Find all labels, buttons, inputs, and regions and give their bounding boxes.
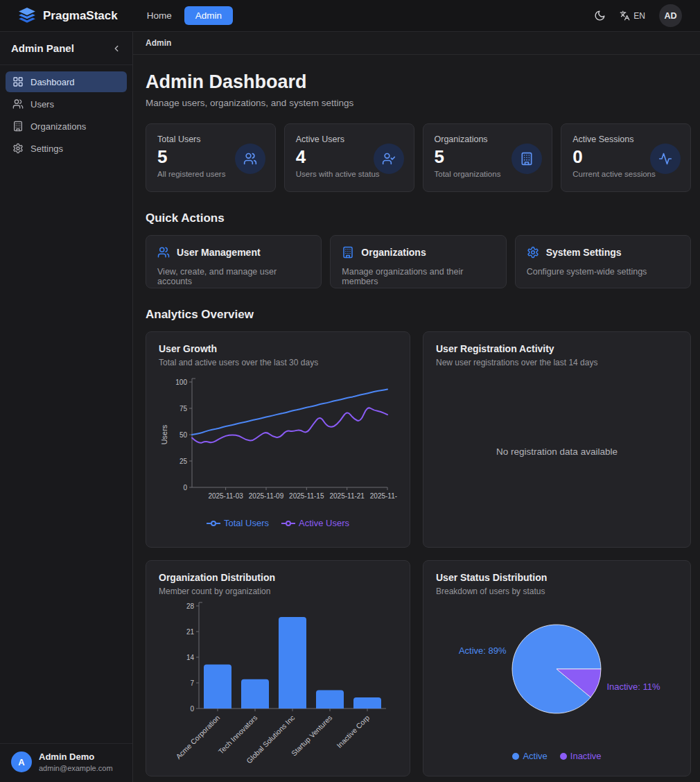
- language-label: EN: [633, 11, 645, 21]
- building-icon: [12, 121, 24, 132]
- quick-action-desc: Manage organizations and their members: [342, 267, 494, 286]
- stat-card-active-sessions: Active Sessions 0 Current active session…: [561, 123, 691, 192]
- chart-title: User Status Distribution: [436, 572, 678, 583]
- top-navbar: PragmaStack Home Admin EN AD: [0, 0, 700, 32]
- legend-item-inactive: Inactive: [560, 751, 602, 761]
- svg-text:2025-11-03: 2025-11-03: [208, 492, 243, 500]
- language-switcher[interactable]: EN: [620, 10, 645, 21]
- quick-action-title: System Settings: [546, 247, 622, 258]
- sidebar-item-dashboard[interactable]: Dashboard: [6, 71, 127, 92]
- sidebar-item-label: Settings: [30, 144, 63, 154]
- stat-label: Total Users: [157, 134, 264, 144]
- user-avatar[interactable]: AD: [659, 4, 682, 27]
- chart-subtitle: Total and active users over the last 30 …: [159, 358, 397, 367]
- legend-item-total-users: Total Users: [207, 518, 269, 528]
- sidebar-item-organizations[interactable]: Organizations: [6, 116, 127, 137]
- languages-icon: [620, 10, 630, 21]
- chart-title: User Growth: [159, 343, 397, 354]
- sidebar-item-users[interactable]: Users: [6, 94, 127, 114]
- user-email: admin@example.com: [39, 764, 113, 772]
- quick-action-organizations[interactable]: Organizations Manage organizations and t…: [330, 235, 506, 288]
- sidebar-item-label: Dashboard: [30, 77, 75, 87]
- main-area: Admin Admin Dashboard Manage users, orga…: [133, 32, 700, 782]
- chart-card-organization-distribution: Organization Distribution Member count b…: [146, 560, 410, 776]
- line-legend: Total Users Active Users: [207, 518, 349, 528]
- stat-label: Active Users: [296, 134, 403, 144]
- users-icon: [235, 144, 265, 174]
- empty-state-text: No registration data available: [496, 446, 618, 457]
- quick-action-title: Organizations: [361, 247, 426, 258]
- svg-text:50: 50: [180, 431, 188, 439]
- quick-actions-heading: Quick Actions: [146, 211, 691, 225]
- sidebar-item-label: Organizations: [30, 121, 86, 132]
- users-icon: [157, 246, 170, 259]
- svg-text:100: 100: [175, 379, 187, 386]
- gear-icon: [527, 246, 539, 259]
- chart-subtitle: Breakdown of users by status: [436, 586, 678, 596]
- chart-subtitle: New user registrations over the last 14 …: [436, 358, 678, 367]
- sidebar-item-label: Users: [30, 99, 54, 110]
- charts-grid: User Growth Total and active users over …: [146, 331, 691, 776]
- stat-card-total-users: Total Users 5 All registered users: [146, 123, 276, 192]
- svg-text:2025-11-09: 2025-11-09: [249, 492, 284, 500]
- stats-grid: Total Users 5 All registered users Activ…: [146, 123, 691, 192]
- legend-dot-icon: [512, 753, 519, 760]
- breadcrumb-bar: Admin: [133, 32, 700, 55]
- stat-card-active-users: Active Users 4 Users with active status: [284, 123, 414, 192]
- svg-text:Startup Ventures: Startup Ventures: [290, 713, 334, 757]
- sidebar-title: Admin Panel: [11, 42, 74, 54]
- sidebar-user-card[interactable]: A Admin Demo admin@example.com: [0, 743, 132, 782]
- pie-legend: Active Inactive: [512, 751, 601, 761]
- line-marker-icon: [207, 520, 220, 527]
- chart-card-user-status: User Status Distribution Breakdown of us…: [423, 560, 691, 776]
- chart-subtitle: Member count by organization: [159, 586, 397, 596]
- sidebar-item-settings[interactable]: Settings: [6, 138, 127, 159]
- quick-action-system-settings[interactable]: System Settings Configure system-wide se…: [515, 235, 691, 288]
- users-icon: [12, 98, 24, 110]
- svg-text:2025-11-27: 2025-11-27: [370, 492, 397, 500]
- chart-card-registration-activity: User Registration Activity New user regi…: [423, 331, 691, 548]
- chart-title: User Registration Activity: [436, 343, 678, 354]
- building-icon: [342, 246, 354, 259]
- stat-label: Organizations: [435, 134, 541, 144]
- navbar-right: EN AD: [594, 4, 682, 27]
- user-growth-plot: 02550751002025-11-032025-11-092025-11-15…: [159, 375, 397, 514]
- svg-text:21: 21: [186, 627, 195, 635]
- user-status-pie: Active: 89%Inactive: 11%: [436, 600, 678, 747]
- line-marker-icon: [281, 520, 295, 527]
- layers-logo-icon: [18, 7, 36, 25]
- page-content: Admin Dashboard Manage users, organizati…: [133, 55, 700, 782]
- quick-action-desc: View, create, and manage user accounts: [157, 267, 310, 286]
- chart-title: Organization Distribution: [159, 572, 397, 583]
- sidebar-collapse-button[interactable]: [112, 44, 121, 53]
- quick-action-user-management[interactable]: User Management View, create, and manage…: [146, 235, 322, 288]
- user-check-icon: [374, 144, 404, 174]
- legend-item-active-users: Active Users: [281, 518, 349, 528]
- nav-link-admin[interactable]: Admin: [184, 6, 233, 25]
- gear-icon: [12, 143, 24, 154]
- svg-text:0: 0: [183, 484, 187, 492]
- brand[interactable]: PragmaStack: [18, 7, 118, 25]
- nav-link-home[interactable]: Home: [144, 6, 175, 25]
- svg-text:75: 75: [180, 405, 188, 412]
- stat-label: Active Sessions: [572, 134, 679, 144]
- theme-toggle-button[interactable]: [594, 10, 606, 21]
- analytics-heading: Analytics Overview: [146, 308, 691, 322]
- quick-action-title: User Management: [177, 247, 261, 258]
- svg-text:2025-11-15: 2025-11-15: [289, 492, 324, 500]
- nav-links: Home Admin: [144, 6, 233, 25]
- svg-text:Inactive: 11%: Inactive: 11%: [606, 681, 660, 692]
- page-subtitle: Manage users, organizations, and system …: [146, 98, 691, 108]
- breadcrumb: Admin: [146, 38, 171, 48]
- quick-action-desc: Configure system-wide settings: [527, 267, 679, 277]
- dashboard-grid-icon: [12, 76, 24, 87]
- admin-sidebar: Admin Panel Dashboard Us: [0, 32, 133, 782]
- activity-pulse-icon: [650, 144, 681, 174]
- svg-text:Active: 89%: Active: 89%: [459, 645, 507, 656]
- page-title: Admin Dashboard: [146, 71, 691, 93]
- svg-text:Tech Innovators: Tech Innovators: [217, 713, 259, 755]
- quick-actions-grid: User Management View, create, and manage…: [146, 235, 691, 288]
- avatar: A: [11, 751, 32, 772]
- svg-text:0: 0: [190, 704, 194, 712]
- stat-card-organizations: Organizations 5 Total organizations: [423, 123, 553, 192]
